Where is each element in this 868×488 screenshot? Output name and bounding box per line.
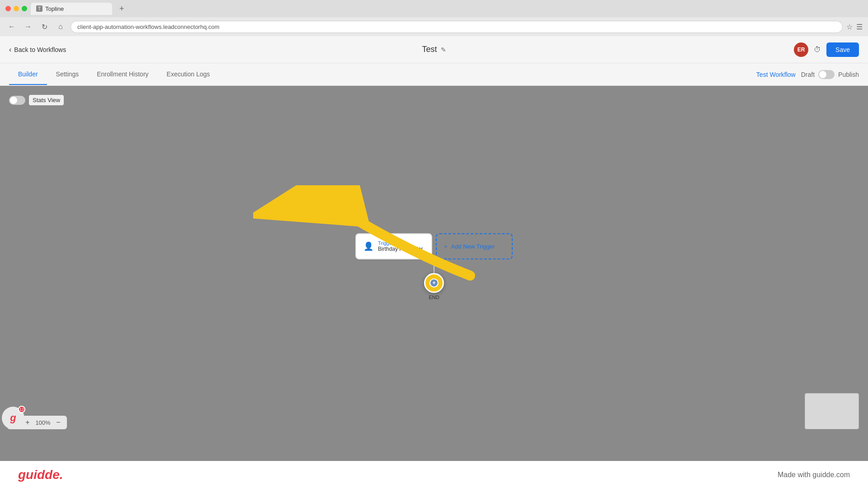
browser-toolbar: ← → ↻ ⌂ client-app-automation-workflows.… — [0, 17, 868, 36]
browser-toolbar-right: ☆ ☰ — [846, 23, 863, 31]
draft-toggle-switch[interactable] — [818, 70, 835, 79]
add-trigger-button[interactable]: + Add New Trigger — [436, 233, 513, 259]
browser-chrome: T Topline + ← → ↻ ⌂ client-app-automatio… — [0, 0, 868, 36]
browser-dots — [5, 6, 27, 11]
reload-button[interactable]: ↻ — [38, 20, 51, 33]
publish-label: Publish — [838, 71, 859, 78]
end-label: END — [429, 295, 439, 300]
back-arrow-icon: ‹ — [9, 46, 11, 54]
notification-badge: 12 — [18, 406, 25, 413]
workflow-title: Test ✎ — [422, 45, 446, 54]
trigger-node[interactable]: 👤 Trigger Birthday Reminder — [355, 233, 432, 259]
browser-settings-button[interactable]: ☰ — [856, 23, 863, 31]
draft-toggle-area: Draft Publish — [801, 70, 859, 79]
history-button[interactable]: ⏱ — [814, 46, 821, 54]
end-plus-icon: + — [432, 280, 435, 286]
add-trigger-label: Add New Trigger — [451, 243, 495, 250]
app-header: ‹ Back to Workflows Test ✎ ER ⏱ Save — [0, 36, 868, 63]
back-label: Back to Workflows — [14, 46, 66, 53]
tabs-bar: Builder Settings Enrollment History Exec… — [0, 63, 868, 86]
app-container: ‹ Back to Workflows Test ✎ ER ⏱ Save Bui… — [0, 36, 868, 461]
guidde-footer: guidde. Made with guidde.com — [0, 461, 868, 488]
tab-builder[interactable]: Builder — [9, 64, 47, 85]
header-right: ER ⏱ Save — [794, 42, 859, 57]
stats-toggle-knob — [10, 97, 17, 104]
user-avatar[interactable]: ER — [794, 42, 808, 57]
end-circle-inner: + — [429, 278, 439, 287]
minimize-dot[interactable] — [14, 6, 19, 11]
stats-view-label: Stats View — [29, 95, 64, 105]
trigger-title: Trigger — [378, 240, 423, 246]
tab-execution-logs[interactable]: Execution Logs — [158, 64, 219, 85]
edit-icon[interactable]: ✎ — [441, 46, 446, 53]
tab-title: Topline — [45, 5, 64, 12]
tab-settings[interactable]: Settings — [47, 64, 88, 85]
maximize-dot[interactable] — [22, 6, 27, 11]
browser-tab[interactable]: T Topline — [31, 3, 112, 15]
forward-button[interactable]: → — [22, 20, 34, 33]
guidde-notif[interactable]: g 12 — [0, 407, 24, 429]
new-tab-button[interactable]: + — [116, 3, 128, 14]
toggle-knob — [819, 71, 826, 78]
add-trigger-plus-icon: + — [444, 243, 448, 250]
tab-enrollment-history[interactable]: Enrollment History — [88, 64, 157, 85]
guidde-logo: guidde. — [18, 468, 63, 482]
draft-label: Draft — [801, 71, 815, 78]
address-text: client-app-automation-workflows.leadconn… — [77, 23, 219, 30]
main-canvas[interactable]: Stats View 👤 Trigger Birthday Reminder +… — [0, 86, 868, 461]
bookmark-button[interactable]: ☆ — [846, 23, 853, 31]
zoom-out-button[interactable]: − — [53, 418, 63, 427]
save-button[interactable]: Save — [826, 42, 859, 57]
tabs-right: Test Workflow Draft Publish — [756, 70, 859, 79]
stats-toggle-switch[interactable] — [9, 96, 25, 105]
close-dot[interactable] — [5, 6, 11, 11]
browser-titlebar: T Topline + — [0, 0, 868, 17]
address-bar[interactable]: client-app-automation-workflows.leadconn… — [71, 21, 843, 33]
home-button[interactable]: ⌂ — [54, 20, 67, 33]
trigger-icon: 👤 — [363, 241, 373, 251]
mini-map — [805, 393, 859, 429]
end-circle[interactable]: + — [424, 273, 444, 293]
back-button[interactable]: ← — [5, 20, 18, 33]
zoom-level-display: 100% — [34, 419, 52, 426]
trigger-subtitle: Birthday Reminder — [378, 246, 423, 252]
trigger-row: 👤 Trigger Birthday Reminder + Add New Tr… — [355, 233, 513, 259]
workflow-area: 👤 Trigger Birthday Reminder + Add New Tr… — [355, 233, 513, 300]
end-node[interactable]: + END — [424, 273, 444, 300]
title-text: Test — [422, 45, 437, 54]
made-with-text: Made with guidde.com — [778, 471, 850, 479]
tab-favicon: T — [36, 5, 42, 12]
stats-view-area: Stats View — [9, 95, 64, 105]
guidde-notif-icon: g — [10, 412, 16, 424]
trigger-content: Trigger Birthday Reminder — [378, 240, 423, 252]
back-to-workflows-button[interactable]: ‹ Back to Workflows — [9, 46, 66, 54]
connector-line — [434, 259, 434, 273]
test-workflow-button[interactable]: Test Workflow — [756, 71, 796, 78]
